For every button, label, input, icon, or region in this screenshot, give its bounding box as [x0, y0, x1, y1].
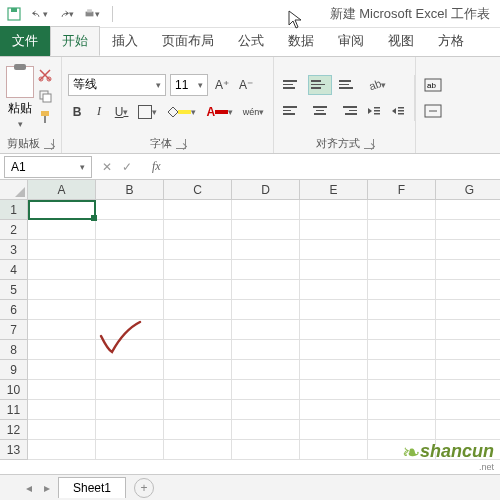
cell[interactable] [28, 300, 96, 320]
save-icon[interactable] [6, 6, 22, 22]
align-middle-icon[interactable] [308, 75, 332, 95]
sheet-tab[interactable]: Sheet1 [58, 477, 126, 498]
cell[interactable] [368, 200, 436, 220]
align-bottom-icon[interactable] [336, 75, 360, 95]
fill-color-button[interactable]: ▾ [164, 102, 200, 122]
cell[interactable] [232, 320, 300, 340]
cell[interactable] [28, 320, 96, 340]
cell[interactable] [300, 240, 368, 260]
cell[interactable] [28, 440, 96, 460]
font-color-button[interactable]: A▾ [203, 102, 236, 122]
bold-button[interactable]: B [68, 102, 86, 122]
cell[interactable] [368, 340, 436, 360]
cell[interactable] [436, 200, 500, 220]
tab-view[interactable]: 视图 [376, 26, 426, 56]
cell[interactable] [96, 320, 164, 340]
cell[interactable] [232, 280, 300, 300]
border-button[interactable]: ▾ [135, 102, 159, 122]
cell[interactable] [232, 220, 300, 240]
cell[interactable] [232, 200, 300, 220]
format-painter-icon[interactable] [38, 110, 52, 127]
align-right-icon[interactable] [336, 101, 360, 121]
cell[interactable] [164, 280, 232, 300]
column-header[interactable]: A [28, 180, 96, 200]
cell[interactable] [96, 400, 164, 420]
row-header[interactable]: 9 [0, 360, 28, 380]
cell[interactable] [368, 320, 436, 340]
row-header[interactable]: 8 [0, 340, 28, 360]
cell[interactable] [28, 280, 96, 300]
column-header[interactable]: G [436, 180, 500, 200]
cell[interactable] [28, 420, 96, 440]
indent-increase-icon[interactable] [388, 101, 408, 121]
cell[interactable] [368, 420, 436, 440]
shrink-font-button[interactable]: A⁻ [236, 75, 256, 95]
align-top-icon[interactable] [280, 75, 304, 95]
row-header[interactable]: 4 [0, 260, 28, 280]
cell[interactable] [96, 440, 164, 460]
cell[interactable] [164, 220, 232, 240]
orientation-icon[interactable]: ab▾ [364, 75, 389, 95]
cell[interactable] [368, 220, 436, 240]
cell[interactable] [28, 340, 96, 360]
cell[interactable] [28, 360, 96, 380]
copy-icon[interactable] [38, 89, 52, 106]
cell[interactable] [232, 380, 300, 400]
cell[interactable] [164, 380, 232, 400]
row-header[interactable]: 12 [0, 420, 28, 440]
cell[interactable] [28, 200, 96, 220]
cell[interactable] [28, 240, 96, 260]
cell[interactable] [436, 320, 500, 340]
wrap-text-icon[interactable]: ab [421, 75, 445, 95]
cell[interactable] [164, 400, 232, 420]
cell[interactable] [232, 420, 300, 440]
cell[interactable] [164, 260, 232, 280]
cell[interactable] [436, 240, 500, 260]
add-sheet-button[interactable]: + [134, 478, 154, 498]
cell[interactable] [96, 420, 164, 440]
font-size-combo[interactable]: 11▾ [170, 74, 208, 96]
cell[interactable] [300, 300, 368, 320]
row-header[interactable]: 13 [0, 440, 28, 460]
cell[interactable] [300, 260, 368, 280]
italic-button[interactable]: I [90, 102, 108, 122]
cell[interactable] [232, 240, 300, 260]
tab-page-layout[interactable]: 页面布局 [150, 26, 226, 56]
cell[interactable] [96, 240, 164, 260]
tab-data[interactable]: 数据 [276, 26, 326, 56]
cell[interactable] [300, 420, 368, 440]
cell[interactable] [28, 400, 96, 420]
font-name-combo[interactable]: 等线▾ [68, 74, 166, 96]
undo-icon[interactable]: ▾ [32, 6, 48, 22]
row-header[interactable]: 3 [0, 240, 28, 260]
enter-icon[interactable]: ✓ [122, 160, 132, 174]
tab-addins[interactable]: 方格 [426, 26, 476, 56]
cell[interactable] [300, 380, 368, 400]
cell[interactable] [96, 380, 164, 400]
cell[interactable] [28, 260, 96, 280]
cell[interactable] [300, 440, 368, 460]
row-header[interactable]: 2 [0, 220, 28, 240]
row-header[interactable]: 6 [0, 300, 28, 320]
cell[interactable] [368, 380, 436, 400]
cell[interactable] [232, 260, 300, 280]
row-header[interactable]: 7 [0, 320, 28, 340]
cell[interactable] [300, 200, 368, 220]
cell[interactable] [368, 280, 436, 300]
sheet-nav-next-icon[interactable]: ▸ [44, 481, 50, 495]
column-header[interactable]: F [368, 180, 436, 200]
cell[interactable] [164, 300, 232, 320]
align-left-icon[interactable] [280, 101, 304, 121]
sheet-nav-prev-icon[interactable]: ◂ [26, 481, 32, 495]
cell[interactable] [300, 360, 368, 380]
cell[interactable] [96, 200, 164, 220]
cell[interactable] [368, 360, 436, 380]
cell[interactable] [28, 220, 96, 240]
cell[interactable] [164, 200, 232, 220]
cancel-icon[interactable]: ✕ [102, 160, 112, 174]
column-header[interactable]: C [164, 180, 232, 200]
tab-home[interactable]: 开始 [50, 26, 100, 56]
cell[interactable] [232, 440, 300, 460]
cell[interactable] [96, 360, 164, 380]
select-all-button[interactable] [0, 180, 28, 200]
